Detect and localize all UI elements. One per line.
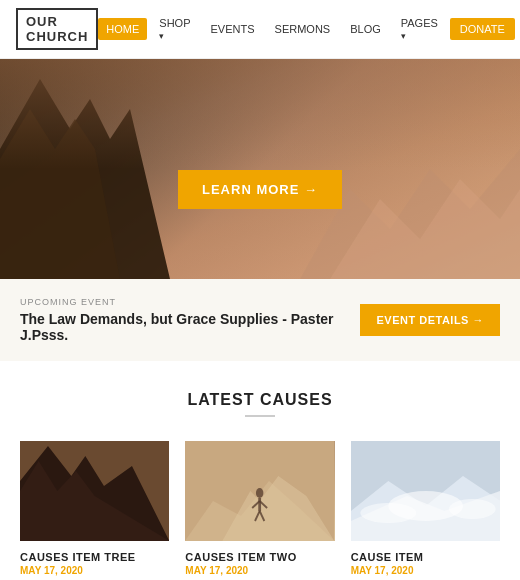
cause-image-3 (351, 441, 500, 541)
nav-item-events[interactable]: EVENTS (203, 18, 263, 40)
cause-image-2 (185, 441, 334, 541)
cause-mountain3-icon (351, 441, 500, 541)
event-title: The Law Demands, but Grace Supplies - Pa… (20, 311, 360, 343)
nav-item-home[interactable]: HOME (98, 18, 147, 40)
cause-card-1: CAUSES ITEM TREE MAY 17, 2020 Morbi vest… (20, 441, 169, 580)
causes-section: LATEST CAUSES CAUSES ITEM TREE MAY 17, 2… (0, 361, 520, 580)
cause-mountain2-icon (185, 441, 334, 541)
cause-1-title: CAUSES ITEM TREE (20, 551, 169, 563)
nav-item-blog[interactable]: BLOG (342, 18, 389, 40)
cause-card-2: CAUSES ITEM TWO MAY 17, 2020 Morbi vesti… (185, 441, 334, 580)
cause-3-title: CAUSE ITEM (351, 551, 500, 563)
nav-item-sermons[interactable]: SERMONS (267, 18, 339, 40)
event-info: UPCOMING EVENT The Law Demands, but Grac… (20, 297, 360, 343)
cause-2-title: CAUSES ITEM TWO (185, 551, 334, 563)
svg-point-20 (360, 503, 416, 523)
nav-item-shop[interactable]: SHOP (151, 12, 198, 46)
learn-more-button[interactable]: LEARN MORE → (178, 170, 342, 209)
svg-point-10 (256, 488, 263, 498)
cause-image-1 (20, 441, 169, 541)
cause-mountain1-icon (20, 441, 169, 541)
nav-item-pages[interactable]: PAGES (393, 12, 446, 46)
hero-sky-overlay (0, 59, 520, 169)
cause-card-3: CAUSE ITEM MAY 17, 2020 Morbi vestibulum… (351, 441, 500, 580)
navigation: HOME SHOP EVENTS SERMONS BLOG PAGES DONA… (98, 12, 515, 46)
hero-section: LEARN MORE → (0, 59, 520, 279)
nav-item-donate[interactable]: DONATE (450, 18, 515, 40)
causes-grid: CAUSES ITEM TREE MAY 17, 2020 Morbi vest… (20, 441, 500, 580)
event-banner: UPCOMING EVENT The Law Demands, but Grac… (0, 279, 520, 361)
cause-3-date: MAY 17, 2020 (351, 565, 500, 576)
upcoming-event-label: UPCOMING EVENT (20, 297, 360, 307)
header: OUR CHURCH HOME SHOP EVENTS SERMONS BLOG… (0, 0, 520, 59)
logo: OUR CHURCH (16, 8, 98, 50)
event-details-button[interactable]: EVENT DETAILS → (360, 304, 500, 336)
cause-2-date: MAY 17, 2020 (185, 565, 334, 576)
causes-divider (245, 415, 275, 417)
svg-point-21 (449, 499, 496, 519)
causes-section-title: LATEST CAUSES (20, 391, 500, 409)
cause-1-date: MAY 17, 2020 (20, 565, 169, 576)
